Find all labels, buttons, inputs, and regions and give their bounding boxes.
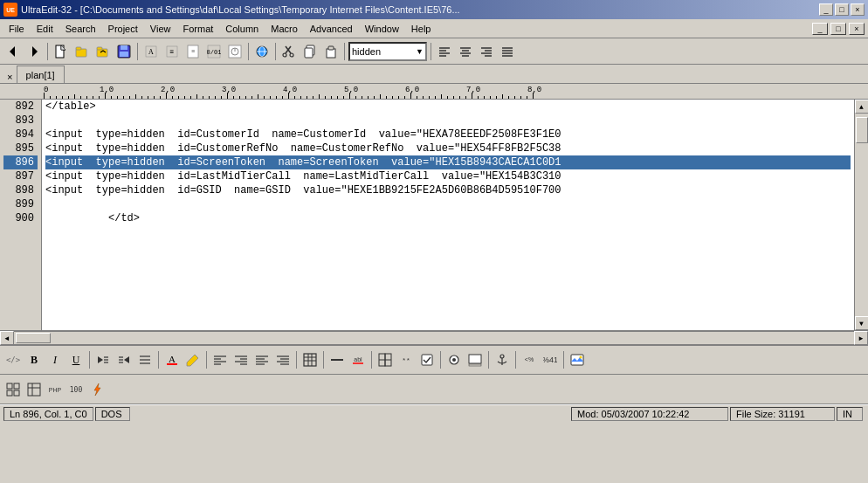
tab-close-x[interactable]: × xyxy=(3,72,17,83)
line-number: 896 xyxy=(3,155,38,169)
hscroll-right-button[interactable]: ► xyxy=(854,331,868,345)
align-right-button[interactable] xyxy=(477,43,496,60)
menu-view[interactable]: View xyxy=(145,21,176,37)
list-button[interactable] xyxy=(135,351,155,369)
bookmark-button[interactable]: ** xyxy=(396,351,416,369)
radio-button[interactable] xyxy=(444,351,464,369)
image-button[interactable] xyxy=(568,351,587,369)
spell-abl-button[interactable]: abl xyxy=(348,351,368,369)
color-a-button[interactable]: A xyxy=(162,351,182,369)
justify-button[interactable] xyxy=(498,43,517,60)
indent-button[interactable] xyxy=(93,351,113,369)
horizontal-scrollbar[interactable]: ◄ ► xyxy=(0,331,868,345)
php-button[interactable]: PHP xyxy=(45,381,65,398)
window-thumb-button[interactable] xyxy=(465,351,485,369)
align-left3-button[interactable] xyxy=(252,351,272,369)
title-bar-left: UE UltraEdit-32 - [C:\Documents and Sett… xyxy=(3,3,460,17)
align-right3-button[interactable] xyxy=(273,351,293,369)
ruler xyxy=(0,84,868,100)
menu-file[interactable]: File xyxy=(3,21,30,37)
svg-rect-32 xyxy=(305,48,313,58)
toolbar1: A ≡ ≡ 10/010 hidden ▼ xyxy=(0,38,868,65)
menu-format[interactable]: Format xyxy=(177,21,218,37)
maximize-button[interactable]: □ xyxy=(835,3,849,16)
hscroll-left-button[interactable]: ◄ xyxy=(0,331,14,345)
code-line: <input type=hidden id=CustomerId name=Cu… xyxy=(45,128,851,141)
align-left2-button[interactable] xyxy=(210,351,230,369)
menu-search[interactable]: Search xyxy=(60,21,101,37)
menu-advanced[interactable]: Advanced xyxy=(305,21,358,37)
menu-column[interactable]: Column xyxy=(220,21,264,37)
tb-button-e[interactable] xyxy=(225,43,245,60)
cut-button[interactable] xyxy=(279,43,299,60)
sep-t2-8 xyxy=(488,351,489,369)
code-line: <input type=hidden id=GSID name=GSID val… xyxy=(45,183,851,197)
align-center-button[interactable] xyxy=(456,43,475,60)
code-area[interactable]: </table><input type=hidden id=CustomerId… xyxy=(42,100,854,330)
svg-text:A: A xyxy=(169,354,176,364)
forward-button[interactable] xyxy=(24,43,44,60)
svg-rect-107 xyxy=(7,383,12,389)
vscroll-up-button[interactable]: ▲ xyxy=(855,100,869,114)
tb-button-d[interactable]: 10/010 xyxy=(204,43,224,60)
underline-button[interactable]: U xyxy=(66,351,86,369)
paste-button[interactable] xyxy=(321,43,341,60)
menu-window[interactable]: Window xyxy=(360,21,404,37)
copy-button[interactable] xyxy=(300,43,320,60)
status-bar: Ln 896, Col. 1, C0 DOS Mod: 05/03/2007 1… xyxy=(0,404,868,422)
edit-pencil-button[interactable] xyxy=(183,351,203,369)
save-button[interactable] xyxy=(114,43,134,60)
vscroll-down-button[interactable]: ▼ xyxy=(855,316,869,330)
bold-button[interactable]: B xyxy=(24,351,44,369)
tb-button-c[interactable]: ≡ xyxy=(183,43,203,60)
style-dropdown[interactable]: hidden ▼ xyxy=(348,42,427,61)
lightning-button[interactable] xyxy=(87,381,107,398)
italic-button[interactable]: I xyxy=(45,351,65,369)
align-left-button[interactable] xyxy=(435,43,454,60)
menu-help[interactable]: Help xyxy=(406,21,437,37)
table2-button[interactable] xyxy=(375,351,395,369)
menu-project[interactable]: Project xyxy=(103,21,143,37)
vertical-scrollbar[interactable]: ▲ ▼ xyxy=(854,100,868,330)
svg-marker-59 xyxy=(124,356,129,363)
script-button[interactable]: <% xyxy=(520,351,539,369)
close-button[interactable]: × xyxy=(851,3,865,16)
svg-text:10/010: 10/010 xyxy=(207,49,221,56)
back-button[interactable] xyxy=(3,43,23,60)
vscroll-thumb[interactable] xyxy=(856,117,868,143)
table3-button[interactable] xyxy=(24,381,44,398)
separator2 xyxy=(137,43,138,60)
check-button[interactable] xyxy=(417,351,437,369)
table-button[interactable] xyxy=(300,351,320,369)
open-file-button[interactable] xyxy=(72,43,92,60)
dropdown-arrow[interactable]: ▼ xyxy=(416,47,424,56)
tb-button-a[interactable]: A xyxy=(141,43,161,60)
menu-macro[interactable]: Macro xyxy=(265,21,303,37)
open-file2-button[interactable] xyxy=(93,43,113,60)
code-line: </table> xyxy=(45,100,851,114)
align-right2-button[interactable] xyxy=(231,351,251,369)
svg-rect-12 xyxy=(120,52,128,57)
new-file-button[interactable] xyxy=(52,43,71,60)
svg-rect-34 xyxy=(328,46,334,50)
minimize-button[interactable]: _ xyxy=(819,3,833,16)
svg-rect-110 xyxy=(14,390,19,396)
line-button[interactable] xyxy=(327,351,347,369)
tb-button-globe[interactable] xyxy=(252,43,272,60)
grid-button[interactable] xyxy=(3,381,23,398)
unindent-button[interactable] xyxy=(114,351,134,369)
hscroll-thumb[interactable] xyxy=(16,333,51,343)
doc-restore-button[interactable]: □ xyxy=(830,23,846,35)
anchor-button[interactable] xyxy=(493,351,512,369)
percent-button[interactable]: %41 xyxy=(541,351,560,369)
num-button[interactable]: 100 xyxy=(66,381,86,398)
doc-close-button[interactable]: × xyxy=(849,23,865,35)
line-number: 899 xyxy=(3,197,38,211)
menu-edit[interactable]: Edit xyxy=(31,21,59,37)
svg-rect-99 xyxy=(469,364,481,366)
doc-minimize-button[interactable]: _ xyxy=(812,23,828,35)
tab-plan1[interactable]: plan[1] xyxy=(17,66,65,83)
dropdown-value: hidden xyxy=(352,46,381,57)
tb-button-b[interactable]: ≡ xyxy=(162,43,182,60)
html-tag-button[interactable]: </> xyxy=(3,351,23,369)
